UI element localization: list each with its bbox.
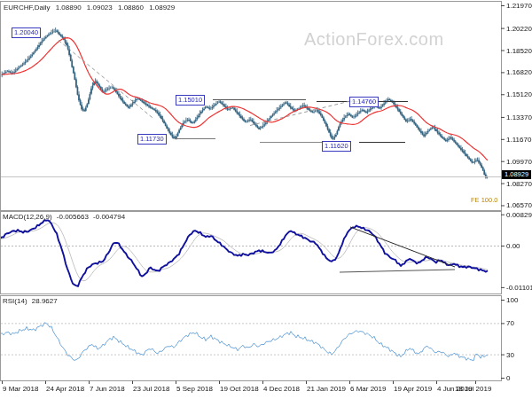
date-axis-label: 19 Apr 2019 — [394, 385, 432, 393]
fib-extension-label: FE 100.0 — [471, 196, 497, 204]
macd-indicator-label: MACD(12,26,9) -0.005663 -0.004794 — [3, 213, 128, 221]
date-axis-label: 23 Jul 2018 — [133, 385, 169, 393]
high-value: 1.09023 — [87, 4, 113, 12]
price-annotation-box[interactable]: 1.11730 — [137, 134, 167, 145]
date-axis-label: 4 Dec 2018 — [263, 385, 300, 393]
date-axis-label: 18 Jul 2019 — [455, 385, 491, 393]
macd-value: -0.005663 — [57, 213, 89, 221]
rsi-axis-tick-label: 30 — [506, 351, 514, 359]
date-axis-label: 21 Jan 2019 — [307, 385, 346, 393]
price-axis-tick-label: 1.15120 — [506, 90, 532, 98]
date-axis-label: 5 Sep 2018 — [176, 385, 213, 393]
symbol-period-label: EURCHF,Daily — [4, 4, 50, 12]
macd-axis-tick-label: 0.00 — [506, 242, 520, 250]
price-axis-tick-label: 1.21970 — [506, 2, 532, 10]
price-annotation-box[interactable]: 1.11620 — [322, 141, 351, 152]
low-value: 1.08860 — [118, 4, 144, 12]
rsi-indicator-label: RSI(14) 28.9627 — [3, 297, 60, 305]
price-axis-tick-label: 1.16820 — [506, 68, 532, 76]
price-annotation-box[interactable]: 1.15010 — [176, 95, 205, 106]
price-axis-tick-label: 1.06570 — [506, 201, 532, 209]
close-value: 1.08929 — [149, 4, 175, 12]
price-axis-tick-label: 1.09970 — [506, 158, 532, 166]
macd-name: MACD(12,26,9) — [3, 213, 52, 221]
price-axis-tick-label: 1.08270 — [506, 180, 532, 188]
date-axis-label: 7 Jun 2018 — [90, 385, 125, 393]
price-annotation-box[interactable]: 1.14760 — [349, 97, 379, 107]
rsi-axis-tick-label: 0 — [506, 374, 510, 382]
macd-axis-tick-label: -0.011015 — [506, 284, 532, 292]
rsi-value: 28.9627 — [32, 297, 58, 305]
date-axis-label: 19 Oct 2018 — [220, 385, 259, 393]
price-axis-tick-label: 1.13370 — [506, 113, 532, 121]
price-axis-tick-label: 1.18520 — [506, 47, 532, 55]
chart-canvas[interactable] — [0, 0, 532, 399]
date-axis-label: 6 Mar 2019 — [350, 385, 386, 393]
rsi-axis-tick-label: 70 — [506, 319, 514, 327]
current-price-tag: 1.08929 — [502, 170, 531, 179]
open-value: 1.08890 — [56, 4, 82, 12]
rsi-axis-tick-label: 100 — [506, 296, 518, 304]
date-axis-label: 24 Apr 2018 — [46, 385, 84, 393]
rsi-name: RSI(14) — [3, 297, 27, 305]
mt4-chart-window: EURCHF,Daily 1.08890 1.09023 1.08860 1.0… — [0, 0, 532, 399]
chart-header: EURCHF,Daily 1.08890 1.09023 1.08860 1.0… — [4, 4, 178, 12]
price-annotation-box[interactable]: 1.20040 — [12, 27, 41, 38]
macd-signal-value: -0.004794 — [93, 213, 125, 221]
date-axis-label: 9 Mar 2018 — [3, 385, 38, 393]
macd-axis-tick-label: 0.008292 — [506, 211, 532, 219]
price-axis-tick-label: 1.20220 — [506, 25, 532, 33]
price-axis-tick-label: 1.11670 — [506, 136, 531, 144]
watermark: ActionForex.com — [304, 29, 444, 49]
